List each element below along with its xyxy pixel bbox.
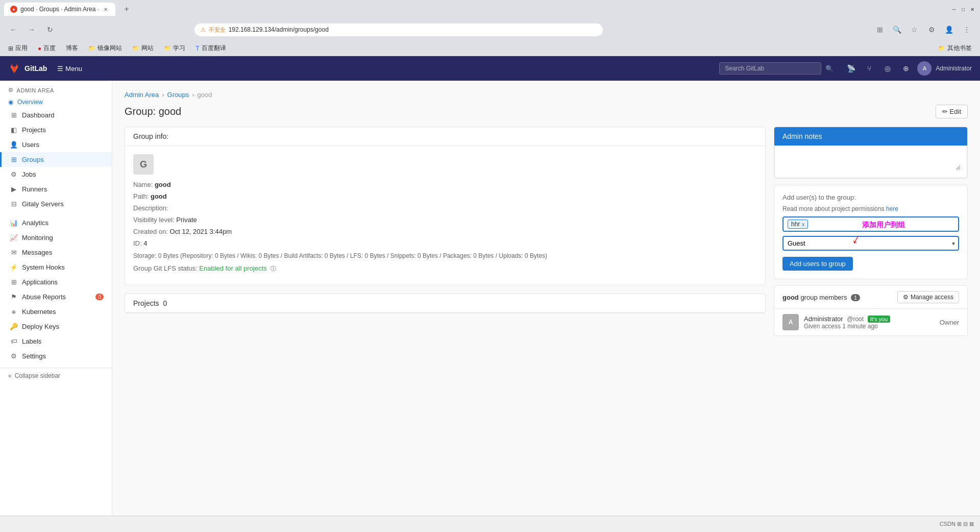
tag-close-button[interactable]: x xyxy=(802,222,804,227)
user-input-container[interactable]: hhr x xyxy=(782,216,959,232)
edit-button[interactable]: ✏ Edit xyxy=(936,105,968,118)
group-avatar: G xyxy=(133,154,154,175)
sidebar-item-abuse-reports[interactable]: ⚑ Abuse Reports 0 xyxy=(0,289,112,304)
bookmark-icon[interactable]: ☆ xyxy=(908,22,922,37)
sidebar-item-kubernetes[interactable]: ⎈ Kubernetes xyxy=(0,304,112,319)
sidebar-item-overview[interactable]: ◉ Overview xyxy=(0,96,112,108)
menu-button[interactable]: ☰ Menu xyxy=(53,63,86,75)
back-button[interactable]: ← xyxy=(6,22,20,37)
forward-button[interactable]: → xyxy=(24,22,39,37)
storage-value: 0 Bytes (Repository: 0 Bytes / Wikis: 0 … xyxy=(158,252,547,259)
path-value: good xyxy=(151,192,167,200)
issues-icon[interactable]: ◎ xyxy=(880,61,895,76)
sidebar-item-applications[interactable]: ⊞ Applications xyxy=(0,275,112,289)
bookmark-baidu[interactable]: ● 百度 xyxy=(36,43,58,54)
address-text: 192.168.129.134/admin/groups/good xyxy=(229,26,329,33)
search-icon[interactable]: 🔍 xyxy=(890,22,904,37)
top-navigation: GitLab ☰ Menu 🔍 📡 ⑂ ◎ ⊕ A Administrator xyxy=(0,56,980,81)
created-value: Oct 12, 2021 3:44pm xyxy=(170,228,232,235)
deploy-keys-icon: 🔑 xyxy=(10,323,18,330)
messages-icon: ✉ xyxy=(10,249,18,256)
sidebar-item-monitoring[interactable]: 📈 Monitoring xyxy=(0,230,112,245)
sidebar-item-users[interactable]: 👤 Users xyxy=(0,137,112,152)
sidebar-item-projects[interactable]: ◧ Projects xyxy=(0,123,112,137)
sidebar-item-groups[interactable]: ⊞ Groups xyxy=(0,152,112,167)
bookmark-blog[interactable]: 博客 xyxy=(64,43,80,54)
member-avatar: A xyxy=(782,314,799,330)
breadcrumb-groups[interactable]: Groups xyxy=(167,91,189,99)
applications-icon: ⊞ xyxy=(10,278,18,286)
labels-icon: 🏷 xyxy=(10,337,18,345)
gitlab-logo-text: GitLab xyxy=(24,64,47,72)
bookmark-website[interactable]: 📁 网站 xyxy=(130,43,156,54)
close-icon[interactable]: ✕ xyxy=(969,6,976,13)
admin-notes-card: Admin notes xyxy=(774,127,968,179)
add-users-button[interactable]: Add users to group xyxy=(782,257,853,271)
content-grid: Group info: G Name: good Path: good xyxy=(125,127,968,336)
bookmark-other[interactable]: 📁 其他书签 xyxy=(936,43,974,54)
search-input[interactable] xyxy=(719,62,821,75)
sidebar-item-labels[interactable]: 🏷 Labels xyxy=(0,334,112,349)
sidebar-item-dashboard[interactable]: ⊞ Dashboard xyxy=(0,108,112,123)
tab-title: good · Groups · Admin Area · xyxy=(20,6,99,13)
group-name-label: good xyxy=(782,294,799,301)
broadcast-icon[interactable]: 📡 xyxy=(844,61,858,76)
menu-icon[interactable]: ⋮ xyxy=(960,22,974,37)
role-select[interactable]: Guest Reporter Developer Maintainer Owne… xyxy=(782,236,959,251)
search-container: 🔍 xyxy=(719,62,834,75)
sidebar-item-settings[interactable]: ⚙ Settings xyxy=(0,349,112,364)
user-search-input[interactable] xyxy=(810,221,954,228)
collapse-sidebar[interactable]: « Collapse sidebar xyxy=(0,368,112,383)
bookmark-study[interactable]: 📁 学习 xyxy=(162,43,187,54)
tab-close-button[interactable]: ✕ xyxy=(102,6,109,13)
its-you-badge: It's you xyxy=(868,316,891,323)
members-count: 1 xyxy=(851,294,860,301)
window-controls: ─ □ ✕ xyxy=(950,6,976,13)
minimize-icon[interactable]: ─ xyxy=(950,6,958,13)
maximize-icon[interactable]: □ xyxy=(960,6,967,13)
user-avatar[interactable]: A xyxy=(917,61,932,76)
sidebar-item-messages[interactable]: ✉ Messages xyxy=(0,245,112,260)
search-submit-icon[interactable]: 🔍 xyxy=(825,65,834,72)
page-header: Group: good ✏ Edit xyxy=(125,105,968,118)
activity-icon[interactable]: ⊕ xyxy=(899,61,913,76)
system-hooks-icon: ⚡ xyxy=(10,263,18,271)
profile-icon[interactable]: 👤 xyxy=(942,22,957,37)
bookmark-translate[interactable]: T 百度翻译 xyxy=(193,43,228,54)
address-bar[interactable]: ⚠ 不安全 192.168.129.134/admin/groups/good xyxy=(194,23,603,36)
page-title: Group: good xyxy=(125,106,181,117)
address-bar-container: ← → ↻ ⚠ 不安全 192.168.129.134/admin/groups… xyxy=(0,18,980,41)
sidebar-item-deploy-keys[interactable]: 🔑 Deploy Keys xyxy=(0,319,112,334)
sidebar: ⚙ Admin Area ◉ Overview ⊞ Dashboard ◧ Pr… xyxy=(0,81,112,532)
bookmark-apps[interactable]: ⊞ 应用 xyxy=(6,43,30,54)
sidebar-item-system-hooks[interactable]: ⚡ System Hooks xyxy=(0,260,112,275)
admin-notes-body[interactable] xyxy=(774,146,967,178)
member-role: Owner xyxy=(940,319,959,326)
sidebar-item-runners[interactable]: ▶ Runners xyxy=(0,182,112,197)
permissions-link[interactable]: here xyxy=(886,205,898,212)
role-select-container: Guest Reporter Developer Maintainer Owne… xyxy=(782,236,959,251)
bookmark-other-label: 其他书签 xyxy=(947,44,972,53)
sidebar-item-analytics[interactable]: 📊 Analytics xyxy=(0,215,112,230)
refresh-button[interactable]: ↻ xyxy=(43,22,57,37)
new-tab-button[interactable]: + xyxy=(119,2,134,16)
active-tab[interactable]: ● good · Groups · Admin Area · ✕ xyxy=(4,3,115,16)
sidebar-item-jobs[interactable]: ⚙ Jobs xyxy=(0,167,112,182)
sidebar-item-gitaly[interactable]: ⊟ Gitaly Servers xyxy=(0,197,112,211)
lfs-info-icon[interactable]: ⓘ xyxy=(271,265,276,272)
gitlab-logo[interactable]: GitLab xyxy=(8,62,47,75)
translate-icon[interactable]: ⊞ xyxy=(873,22,887,37)
breadcrumb-current: good xyxy=(198,91,212,99)
security-icon: ⚠ xyxy=(201,27,206,33)
manage-access-button[interactable]: ⚙ Manage access xyxy=(897,291,959,303)
bookmark-website-label: 网站 xyxy=(141,44,154,53)
admin-notes-header: Admin notes xyxy=(774,127,967,146)
merge-requests-icon[interactable]: ⑂ xyxy=(862,61,876,76)
group-info-body: G Name: good Path: good Description: xyxy=(125,146,765,285)
user-tag[interactable]: hhr x xyxy=(788,220,808,229)
extensions-icon[interactable]: ⚙ xyxy=(925,22,939,37)
bookmark-baidu-label: 百度 xyxy=(43,44,56,53)
admin-notes-textarea[interactable] xyxy=(781,152,961,170)
breadcrumb-admin-area[interactable]: Admin Area xyxy=(125,91,159,99)
bookmark-mirror[interactable]: 📁 镜像网站 xyxy=(86,43,124,54)
